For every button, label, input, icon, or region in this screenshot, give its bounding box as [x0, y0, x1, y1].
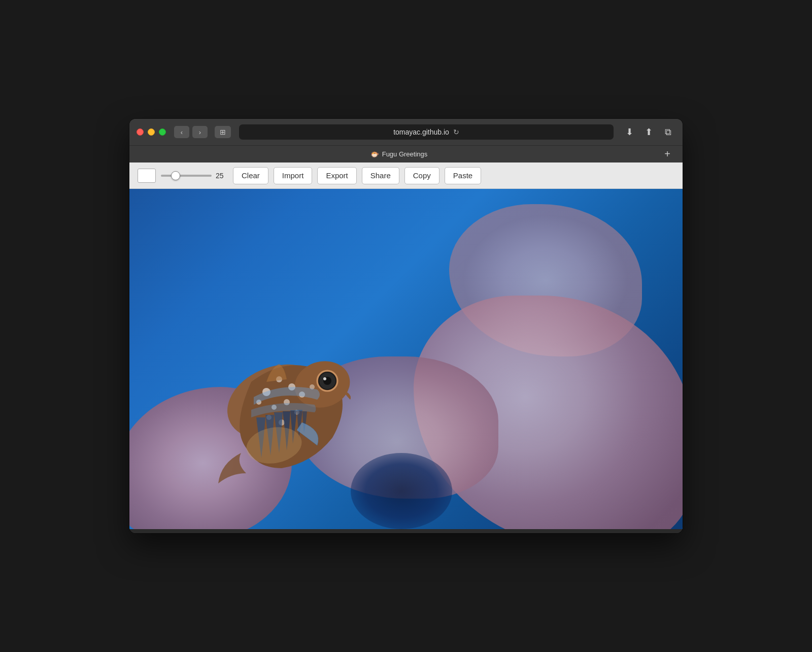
- bottom-bar: [129, 529, 683, 533]
- nav-buttons: ‹ › ⊞: [174, 126, 231, 138]
- close-button[interactable]: [137, 128, 144, 136]
- address-bar[interactable]: tomayac.github.io ↻: [239, 124, 614, 140]
- download-button[interactable]: ⬇: [622, 124, 637, 140]
- download-icon: ⬇: [626, 126, 633, 138]
- fish-svg: [190, 301, 383, 529]
- new-tab-button[interactable]: +: [660, 147, 674, 161]
- traffic-lights: [137, 128, 166, 136]
- browser-actions: ⬇ ⬆ ⧉: [622, 124, 675, 140]
- clear-label: Clear: [242, 171, 260, 180]
- sidebar-icon: ⊞: [220, 128, 226, 136]
- copy-label: Copy: [413, 171, 431, 180]
- size-value-label: 25: [216, 172, 228, 180]
- tab-title: 🐡 Fugu Greetings: [138, 150, 660, 158]
- minimize-button[interactable]: [148, 128, 155, 136]
- url-text: tomayac.github.io: [393, 128, 449, 136]
- canvas-area[interactable]: [129, 189, 683, 529]
- color-picker[interactable]: [138, 169, 156, 183]
- new-tab-icon: +: [664, 148, 670, 160]
- fish-scene: [129, 189, 683, 529]
- paste-label: Paste: [453, 171, 472, 180]
- import-label: Import: [282, 171, 304, 180]
- copy-button[interactable]: Copy: [404, 167, 439, 184]
- import-button[interactable]: Import: [274, 167, 313, 184]
- svg-point-16: [323, 377, 326, 380]
- refresh-icon: ↻: [453, 128, 459, 136]
- tabs-button[interactable]: ⧉: [660, 124, 675, 140]
- toolbar: 25 Clear Import Export Share Copy Paste: [129, 162, 683, 189]
- tabs-icon: ⧉: [665, 127, 671, 138]
- export-button[interactable]: Export: [317, 167, 356, 184]
- share-canvas-button[interactable]: Share: [362, 167, 399, 184]
- title-bar: ‹ › ⊞ tomayac.github.io ↻ ⬇ ⬆ ⧉: [129, 119, 683, 145]
- browser-window: ‹ › ⊞ tomayac.github.io ↻ ⬇ ⬆ ⧉: [129, 119, 683, 533]
- tab-label: Fugu Greetings: [382, 150, 428, 158]
- sidebar-button[interactable]: ⊞: [215, 126, 231, 138]
- back-button[interactable]: ‹: [174, 126, 189, 138]
- forward-icon: ›: [199, 128, 201, 136]
- clear-button[interactable]: Clear: [233, 167, 268, 184]
- forward-button[interactable]: ›: [192, 126, 208, 138]
- share-button[interactable]: ⬆: [641, 124, 656, 140]
- export-label: Export: [326, 171, 348, 180]
- share-canvas-label: Share: [370, 171, 391, 180]
- tab-emoji: 🐡: [370, 150, 379, 158]
- share-icon: ⬆: [645, 126, 653, 138]
- back-icon: ‹: [181, 128, 183, 136]
- tab-bar: 🐡 Fugu Greetings +: [129, 145, 683, 162]
- refresh-button[interactable]: ↻: [453, 128, 459, 136]
- size-control: 25: [161, 172, 228, 180]
- paste-button[interactable]: Paste: [445, 167, 481, 184]
- size-slider[interactable]: [161, 175, 212, 177]
- maximize-button[interactable]: [159, 128, 166, 136]
